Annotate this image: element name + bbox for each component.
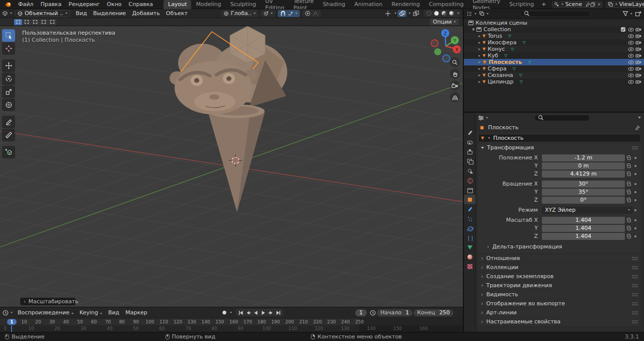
tool-transform[interactable] — [2, 99, 15, 111]
workspace-tab-animation[interactable]: Animation — [350, 0, 387, 9]
properties-editor-icon[interactable] — [478, 115, 484, 121]
eye-icon[interactable] — [628, 60, 634, 64]
properties-tab-collection[interactable] — [464, 185, 475, 195]
panel-Арт-линии[interactable]: ›Арт-линии — [478, 308, 641, 317]
tool-scale[interactable] — [2, 86, 15, 98]
properties-tab-view-layer[interactable] — [464, 156, 475, 166]
value-slider[interactable]: 1.404 — [542, 217, 625, 224]
workspace-tab-rendering[interactable]: Rendering — [387, 0, 424, 9]
expand-icon[interactable]: ▸ — [477, 40, 482, 45]
workspace-tab-modeling[interactable]: Modeling — [191, 0, 225, 9]
menu-Рендеринг[interactable]: Рендеринг — [65, 1, 103, 8]
gizmo-y-label[interactable]: Y — [453, 38, 456, 43]
scene-selector[interactable]: Scene ✕ — [552, 1, 603, 8]
tool-measure[interactable] — [2, 129, 15, 141]
lock-icon[interactable] — [627, 157, 631, 160]
lock-icon[interactable] — [627, 228, 631, 230]
object-name-label[interactable]: Плоскость — [489, 59, 522, 65]
panel-Коллекции[interactable]: ›Коллекции — [478, 263, 641, 272]
shading-caret-icon[interactable] — [457, 13, 459, 14]
shading-rendered-button[interactable] — [449, 11, 454, 16]
pivot-point[interactable] — [261, 10, 275, 17]
properties-tab-tool[interactable] — [464, 128, 475, 137]
object-name-label[interactable]: Сюзанна — [488, 72, 513, 78]
transform-panel-header[interactable]: Трансформация — [478, 143, 641, 152]
object-row-Сфера[interactable]: ▸▼Сфера▽ — [464, 65, 644, 72]
play-rev-button[interactable] — [252, 309, 260, 316]
value-slider[interactable]: 1.404 — [542, 233, 625, 240]
panel-Создание экземпляров[interactable]: ›Создание экземпляров — [478, 272, 641, 281]
panel-Отображение во вьюпорте[interactable]: ›Отображение во вьюпорте — [478, 299, 641, 308]
object-name-field[interactable]: ▼ Плоскость — [478, 134, 641, 142]
timeline-menu-Воспроизведение[interactable]: Воспроизведение — [15, 309, 76, 316]
properties-tab-physics[interactable] — [464, 223, 475, 233]
pan-button[interactable] — [450, 69, 460, 79]
select-mode-extend-button[interactable] — [23, 19, 31, 25]
camera-icon[interactable] — [635, 27, 641, 32]
workspace-tab-geometry-nodes[interactable]: Geometry Nodes — [468, 0, 505, 9]
workspace-tab-compositing[interactable]: Compositing — [424, 0, 468, 9]
gizmo-z-label[interactable]: Z — [444, 31, 447, 36]
menu-Справка[interactable]: Справка — [125, 1, 156, 8]
value-slider[interactable]: -1.2 m — [542, 154, 625, 161]
object-row-Куб[interactable]: ▸▼Куб▽ — [464, 52, 644, 59]
tool-select-box[interactable] — [2, 29, 15, 42]
workspace-tab-shading[interactable]: Shading — [318, 0, 350, 9]
shading-wireframe-button[interactable] — [427, 11, 431, 16]
tool-move[interactable] — [2, 59, 15, 72]
options-button[interactable]: Опции — [430, 19, 459, 25]
gizmo-x-label[interactable]: X — [455, 47, 458, 52]
panel-Видимость[interactable]: ›Видимость — [478, 290, 641, 299]
animate-dot-icon[interactable] — [633, 165, 638, 167]
camera-icon[interactable] — [635, 66, 641, 71]
gizmo-minus-y[interactable] — [434, 48, 441, 55]
pin-icon[interactable] — [585, 2, 590, 7]
outliner-search-input[interactable] — [520, 11, 591, 17]
auto-keying-button[interactable] — [221, 309, 228, 316]
viewport-menu-Добавить[interactable]: Добавить — [129, 10, 163, 17]
expand-icon[interactable]: ▸ — [477, 34, 482, 38]
timeline-track[interactable]: 0102030405060708090100110120130140150160 — [0, 325, 463, 332]
scene-name[interactable]: Scene — [565, 1, 582, 8]
viewport-menu-Объект[interactable]: Объект — [163, 10, 191, 17]
workspace-tab-sculpting[interactable]: Sculpting — [226, 0, 261, 9]
current-frame-indicator[interactable]: 1 — [7, 319, 17, 325]
camera-icon[interactable] — [635, 79, 641, 84]
eye-icon[interactable] — [628, 54, 634, 58]
timeline-editor-icon[interactable] — [3, 310, 9, 316]
animate-dot-icon[interactable] — [633, 227, 638, 229]
panel-grip-icon[interactable] — [632, 284, 638, 287]
operator-panel[interactable]: › Масштабировать — [20, 298, 75, 305]
panel-grip-icon[interactable] — [632, 311, 638, 314]
animate-dot-icon[interactable] — [633, 157, 638, 159]
workspace-tab-layout[interactable]: Layout — [164, 0, 191, 9]
proportional-editing[interactable] — [302, 10, 321, 17]
new-scene-icon[interactable] — [590, 2, 595, 7]
object-name-label[interactable]: Икосфера — [488, 39, 517, 46]
delta-transform-subpanel[interactable]: ›Дельта-трансформация — [479, 242, 638, 250]
collection-checkbox[interactable] — [621, 27, 625, 32]
properties-tab-constraints[interactable] — [464, 233, 475, 242]
show-gizmo-toggle[interactable] — [383, 10, 392, 17]
panel-grip-icon[interactable] — [632, 302, 638, 305]
workspace-tab-texture-paint[interactable]: Texture Paint — [289, 0, 318, 9]
menu-Правка[interactable]: Правка — [37, 1, 65, 8]
outliner-editor-icon[interactable] — [466, 11, 472, 17]
lock-icon[interactable] — [627, 165, 631, 168]
properties-options-caret-icon[interactable] — [638, 117, 641, 119]
timeline-menu-Вид[interactable]: Вид — [105, 309, 122, 316]
add-workspace-button[interactable]: + — [538, 0, 549, 9]
object-name-label[interactable]: Куб — [488, 52, 498, 59]
frame-end-field[interactable]: Конец 250 — [414, 309, 453, 316]
object-row-Икосфера[interactable]: ▸▼Икосфера▽ — [464, 39, 644, 46]
lock-icon[interactable] — [627, 184, 631, 186]
eye-icon[interactable] — [628, 28, 634, 32]
menu-Окно[interactable]: Окно — [103, 1, 125, 8]
scene-close-icon[interactable]: ✕ — [597, 2, 601, 7]
timeline-ruler[interactable]: 1 10203040506070809010011012013014015016… — [0, 318, 463, 325]
lock-icon[interactable] — [627, 200, 631, 202]
value-slider[interactable]: 4.4129 m — [542, 170, 625, 178]
transform-orientation[interactable]: Глоба.. — [221, 10, 258, 17]
3d-viewport[interactable]: Пользовательская перспектива (1) Collect… — [0, 26, 463, 307]
properties-tab-render[interactable] — [464, 137, 475, 147]
